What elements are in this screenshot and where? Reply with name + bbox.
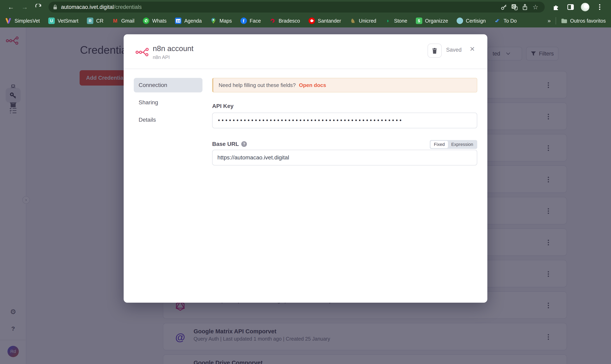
bookmark-organizze[interactable]: $Organizze <box>416 18 448 24</box>
share-icon <box>522 4 528 10</box>
translate-icon: G <box>511 4 518 10</box>
bookmark-whats[interactable]: ✆Whats <box>143 18 167 24</box>
bradesco-favicon <box>269 18 276 24</box>
bookmark-agenda[interactable]: 24Agenda <box>175 18 202 24</box>
whatsapp-favicon: ✆ <box>143 18 149 24</box>
forward-icon: → <box>21 4 28 10</box>
bookmarks-divider <box>556 17 556 25</box>
bookmark-bradesco[interactable]: Bradesco <box>269 18 300 24</box>
address-bar[interactable]: automacao.ivet.digital/credentials G ☆ <box>48 2 545 13</box>
bookmark-unicred[interactable]: ♞Unicred <box>349 18 376 24</box>
bookmark-stone[interactable]: ◗Stone <box>385 18 407 24</box>
browser-menu-button[interactable] <box>595 2 605 12</box>
back-icon: ← <box>8 4 14 10</box>
api-key-input[interactable]: ••••••••••••••••••••••••••••••••••••••••… <box>212 113 477 128</box>
kebab-menu-icon <box>599 4 600 10</box>
avatar <box>581 3 589 11</box>
vetsmart-favicon: U <box>48 18 55 24</box>
stone-favicon: ◗ <box>385 18 391 24</box>
base-url-label: Base URL ? <box>212 141 247 147</box>
bookmark-vetsmart[interactable]: UVetSmart <box>48 18 78 24</box>
connection-form: Need help filling out these fields? Open… <box>212 34 477 303</box>
simplesvet-favicon <box>5 18 12 24</box>
organizze-favicon: $ <box>416 18 422 24</box>
password-key-button[interactable] <box>499 2 509 12</box>
side-panel-icon <box>567 4 574 11</box>
side-panel-button[interactable] <box>565 2 576 12</box>
bookmarks-bar: SimplesVet UVetSmart RCR MGmail ✆Whats 2… <box>0 14 611 27</box>
screen: ← → automacao.ivet.digital/credentials G… <box>0 0 611 364</box>
tab-details[interactable]: Details <box>134 117 202 123</box>
share-button[interactable] <box>520 2 530 12</box>
browser-toolbar: ← → automacao.ivet.digital/credentials G… <box>0 0 611 14</box>
credential-edit-modal: n8n account n8n API Saved ✕ Connection S… <box>124 34 487 303</box>
lock-icon <box>53 4 58 10</box>
bookmark-certisign[interactable]: Certisign <box>457 18 486 24</box>
base-url-input[interactable]: https://automacao.ivet.digital <box>212 150 477 166</box>
facebook-favicon: f <box>240 18 247 24</box>
extensions-button[interactable] <box>551 2 561 12</box>
bookmark-santander[interactable]: Santander <box>308 18 341 24</box>
help-banner: Need help filling out these fields? Open… <box>212 78 477 92</box>
reload-icon <box>35 4 42 10</box>
key-icon <box>501 4 507 10</box>
translate-button[interactable]: G <box>509 2 520 12</box>
bookmark-cr[interactable]: RCR <box>87 18 103 24</box>
bookmark-maps[interactable]: Maps <box>210 18 232 24</box>
bookmark-simplesvet[interactable]: SimplesVet <box>5 18 40 24</box>
certisign-favicon <box>457 18 463 24</box>
n8n-credential-logo <box>135 47 151 57</box>
santander-favicon <box>308 18 315 24</box>
url-text: automacao.ivet.digital/credentials <box>61 4 142 10</box>
tab-sharing[interactable]: Sharing <box>134 99 202 106</box>
toggle-expression[interactable]: Expression <box>448 142 476 147</box>
modal-title[interactable]: n8n account <box>153 44 194 53</box>
folder-icon <box>561 18 567 24</box>
google-calendar-favicon: 24 <box>175 18 181 24</box>
back-button[interactable]: ← <box>6 2 16 12</box>
other-bookmarks-button[interactable]: Outros favoritos <box>561 18 606 24</box>
gmail-favicon: M <box>112 18 118 24</box>
puzzle-icon <box>553 4 559 11</box>
unicred-favicon: ♞ <box>349 18 356 24</box>
fixed-expression-toggle[interactable]: Fixed Expression <box>430 140 477 149</box>
bookmark-face[interactable]: fFace <box>240 18 261 24</box>
browser-profile-avatar[interactable] <box>580 2 590 12</box>
bookmarks-overflow-button[interactable]: » <box>548 18 551 24</box>
forward-button[interactable]: → <box>19 2 30 12</box>
bookmark-gmail[interactable]: MGmail <box>112 18 134 24</box>
masked-api-key-value: ••••••••••••••••••••••••••••••••••••••••… <box>217 117 403 123</box>
google-maps-favicon <box>210 18 217 24</box>
cr-favicon: R <box>87 18 93 24</box>
toggle-fixed[interactable]: Fixed <box>430 141 448 148</box>
modal-subtitle: n8n API <box>153 54 170 60</box>
star-icon: ☆ <box>533 4 539 10</box>
api-key-label: API Key <box>212 103 234 109</box>
bookmark-star-button[interactable]: ☆ <box>530 2 541 12</box>
todo-favicon: ✓✓ <box>494 18 501 24</box>
tab-connection[interactable]: Connection <box>134 78 202 92</box>
open-docs-link[interactable]: Open docs <box>299 82 326 88</box>
bookmark-todo[interactable]: ✓✓To Do <box>494 18 517 24</box>
base-url-value: https://automacao.ivet.digital <box>217 154 289 161</box>
reload-button[interactable] <box>33 2 44 12</box>
help-tooltip-icon[interactable]: ? <box>241 141 247 147</box>
